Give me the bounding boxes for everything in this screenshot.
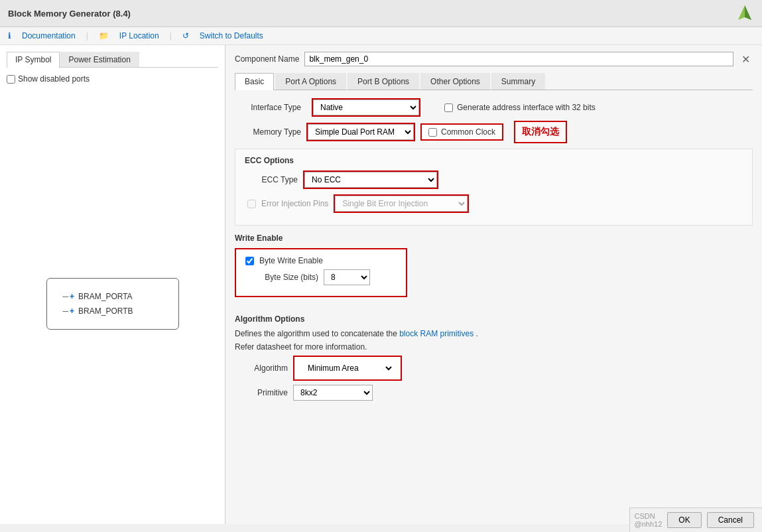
- algorithm-link[interactable]: block RAM primitives: [399, 329, 474, 338]
- algorithm-refer: Refer datasheet for more information.: [235, 342, 753, 352]
- error-injection-select[interactable]: Single Bit Error Injection Double Bit Er…: [335, 196, 468, 212]
- location-icon: 📁: [99, 31, 109, 40]
- byte-size-row: Byte Size (bits) 8 9: [245, 269, 397, 285]
- ecc-section-title: ECC Options: [245, 156, 743, 165]
- app-title: Block Memory Generator (8.4): [8, 9, 131, 19]
- toolbar: ℹ Documentation | 📁 IP Location | ↺ Swit…: [0, 27, 762, 45]
- tab-port-b-options[interactable]: Port B Options: [348, 73, 419, 90]
- primitive-select[interactable]: 8kx2 16kx1: [293, 385, 373, 401]
- bram-porta-label: BRAM_PORTA: [78, 292, 133, 301]
- main-layout: IP Symbol Power Estimation Show disabled…: [0, 45, 762, 524]
- show-disabled-row: Show disabled ports: [7, 74, 218, 84]
- footer-bar: CSDN @nhh12 OK Cancel: [629, 507, 762, 532]
- component-name-row: Component Name ✕: [235, 52, 753, 66]
- bram-symbol: ─ + BRAM_PORTA ─ + BRAM_PORTB: [46, 278, 179, 330]
- byte-write-enable-checkbox[interactable]: [245, 257, 254, 265]
- memory-type-row: Memory Type Single Port RAM Simple Dual …: [235, 121, 753, 143]
- memory-select-wrapper: Single Port RAM Simple Dual Port RAM Tru…: [306, 123, 415, 141]
- byte-write-enable-row: Byte Write Enable: [245, 256, 397, 265]
- generate-32bit-checkbox[interactable]: [444, 103, 453, 112]
- algorithm-desc1: Defines the algorithm used to concatenat…: [235, 329, 397, 338]
- info-icon: ℹ: [8, 31, 11, 40]
- common-clock-wrapper: Common Clock: [420, 123, 503, 141]
- logo-icon: [735, 4, 754, 23]
- documentation-link[interactable]: Documentation: [22, 31, 76, 40]
- algorithm-section: Algorithm Options Defines the algorithm …: [235, 314, 753, 401]
- show-disabled-checkbox[interactable]: [7, 75, 15, 84]
- annotation-box: 取消勾选: [514, 121, 567, 143]
- generate-32bit-label: Generate address interface with 32 bits: [457, 103, 596, 112]
- tab-basic[interactable]: Basic: [235, 73, 274, 90]
- left-panel: IP Symbol Power Estimation Show disabled…: [0, 45, 225, 524]
- interface-type-select[interactable]: Native AXI4: [313, 100, 419, 115]
- write-enable-title: Write Enable: [235, 233, 753, 243]
- title-bar: Block Memory Generator (8.4): [0, 0, 762, 27]
- byte-size-select[interactable]: 8 9: [324, 269, 370, 285]
- memory-type-label: Memory Type: [235, 127, 301, 137]
- error-injection-row: Error Injection Pins Single Bit Error In…: [245, 194, 743, 213]
- ecc-type-label: ECC Type: [245, 175, 298, 184]
- watermark-text: CSDN @nhh12: [635, 512, 663, 528]
- tab-other-options[interactable]: Other Options: [420, 73, 490, 90]
- byte-write-enable-label: Byte Write Enable: [259, 256, 323, 265]
- memory-type-select[interactable]: Single Port RAM Simple Dual Port RAM Tru…: [308, 124, 414, 140]
- bram-portb-label: BRAM_PORTB: [78, 306, 133, 316]
- ecc-section: ECC Options ECC Type No ECC Hamming ECC …: [235, 149, 753, 226]
- write-enable-box: Byte Write Enable Byte Size (bits) 8 9: [235, 248, 407, 297]
- algorithm-label: Algorithm: [235, 364, 288, 373]
- algorithm-desc2: .: [476, 329, 478, 338]
- ok-button[interactable]: OK: [667, 512, 701, 528]
- main-tab-bar: Basic Port A Options Port B Options Othe…: [235, 73, 753, 90]
- common-clock-label: Common Clock: [441, 127, 495, 137]
- svg-marker-1: [745, 5, 751, 20]
- error-injection-wrapper: Single Bit Error Injection Double Bit Er…: [334, 194, 469, 213]
- interface-type-label: Interface Type: [235, 103, 301, 112]
- annotation-text: 取消勾选: [522, 126, 559, 137]
- component-name-input[interactable]: [304, 52, 733, 66]
- algorithm-title: Algorithm Options: [235, 314, 753, 324]
- error-injection-checkbox[interactable]: [247, 200, 256, 208]
- plus-icon-b1: ─: [63, 306, 69, 316]
- tab-ip-symbol[interactable]: IP Symbol: [7, 52, 60, 68]
- switch-defaults-link[interactable]: Switch to Defaults: [200, 31, 263, 40]
- interface-type-row: Interface Type Native AXI4 Generate addr…: [235, 98, 753, 117]
- plus-icon-a2: +: [70, 292, 74, 301]
- tab-summary[interactable]: Summary: [491, 73, 545, 90]
- cancel-button[interactable]: Cancel: [707, 512, 754, 528]
- close-button[interactable]: ✕: [739, 53, 753, 66]
- generate-32bit-row: Generate address interface with 32 bits: [444, 103, 596, 112]
- algorithm-refer-text: Refer datasheet for more information.: [235, 342, 367, 352]
- bram-port-b: ─ + BRAM_PORTB: [63, 304, 162, 318]
- common-clock-checkbox[interactable]: [428, 128, 437, 137]
- ip-location-link[interactable]: IP Location: [119, 31, 159, 40]
- symbol-area: ─ + BRAM_PORTA ─ + BRAM_PORTB: [7, 90, 218, 517]
- right-panel: Component Name ✕ Basic Port A Options Po…: [225, 45, 762, 524]
- algorithm-desc: Defines the algorithm used to concatenat…: [235, 329, 753, 338]
- algorithm-select-wrapper: Minimum Area Low Power Fixed Primitives: [293, 356, 402, 381]
- component-name-label: Component Name: [235, 54, 299, 64]
- ecc-type-wrapper: No ECC Hamming ECC SECDED ECC: [303, 170, 438, 189]
- ecc-type-row: ECC Type No ECC Hamming ECC SECDED ECC: [245, 170, 743, 189]
- show-disabled-label: Show disabled ports: [18, 74, 90, 84]
- byte-size-label: Byte Size (bits): [245, 273, 318, 282]
- refresh-icon: ↺: [182, 31, 189, 40]
- algorithm-row: Algorithm Minimum Area Low Power Fixed P…: [235, 356, 753, 381]
- primitive-label: Primitive: [235, 388, 288, 397]
- write-enable-section: Write Enable Byte Write Enable Byte Size…: [235, 233, 753, 305]
- ecc-type-select[interactable]: No ECC Hamming ECC SECDED ECC: [304, 172, 437, 188]
- bram-port-a: ─ + BRAM_PORTA: [63, 289, 162, 304]
- primitive-row: Primitive 8kx2 16kx1: [235, 385, 753, 401]
- tab-power-estimation[interactable]: Power Estimation: [60, 52, 139, 67]
- plus-icon-b2: +: [70, 306, 74, 316]
- algorithm-select[interactable]: Minimum Area Low Power Fixed Primitives: [301, 361, 394, 375]
- tab-port-a-options[interactable]: Port A Options: [275, 73, 346, 90]
- left-tab-bar: IP Symbol Power Estimation: [7, 52, 218, 68]
- error-injection-pins-label: Error Injection Pins: [261, 199, 328, 208]
- interface-select-wrapper: Native AXI4: [312, 98, 420, 117]
- plus-icon-a1: ─: [63, 292, 69, 301]
